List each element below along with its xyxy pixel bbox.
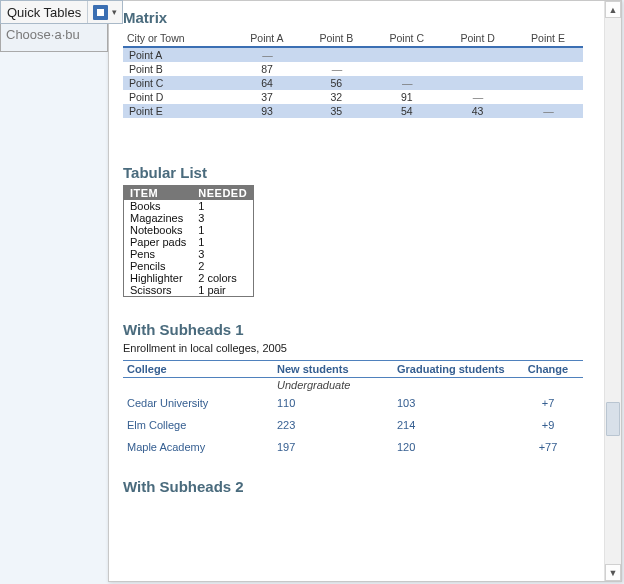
section-title-matrix: Matrix — [123, 9, 594, 26]
table-row: Scissors1 pair — [124, 284, 254, 297]
quick-tables-toolbar: Quick Tables ▾ — [0, 0, 123, 24]
subheads-header: Change — [513, 361, 583, 378]
table-icon — [93, 5, 108, 20]
table-row: Paper pads1 — [124, 236, 254, 248]
scroll-down-button[interactable]: ▼ — [605, 564, 621, 581]
table-row: Highlighter2 colors — [124, 272, 254, 284]
tabular-header: ITEM — [124, 186, 193, 201]
matrix-header: Point D — [442, 30, 513, 47]
table-row: Pencils2 — [124, 260, 254, 272]
matrix-header: Point A — [233, 30, 302, 47]
matrix-table[interactable]: City or Town Point A Point B Point C Poi… — [123, 30, 583, 118]
matrix-header: City or Town — [123, 30, 233, 47]
matrix-header: Point B — [301, 30, 371, 47]
table-row: Elm College 223 214 +9 — [123, 414, 583, 436]
table-row: Maple Academy 197 120 +77 — [123, 436, 583, 458]
matrix-header: Point C — [371, 30, 442, 47]
scroll-thumb[interactable] — [606, 402, 620, 436]
subheads-header: Graduating students — [393, 361, 513, 378]
scroll-up-button[interactable]: ▲ — [605, 1, 621, 18]
section-title-tabular: Tabular List — [123, 164, 594, 181]
subheads-header: New students — [273, 361, 393, 378]
quick-tables-button[interactable]: Quick Tables — [1, 1, 88, 23]
subgroup-row: Undergraduate — [123, 378, 583, 393]
subheads-header: College — [123, 361, 273, 378]
table-row: Magazines3 — [124, 212, 254, 224]
table-row: Cedar University 110 103 +7 — [123, 392, 583, 414]
document-placeholder: Choose·a·bu — [0, 24, 108, 52]
table-row: Point A — — [123, 47, 583, 62]
section-title-subheads1: With Subheads 1 — [123, 321, 594, 338]
table-row: Point C 64 56 — — [123, 76, 583, 90]
matrix-header: Point E — [513, 30, 583, 47]
quick-tables-dropdown[interactable]: ▾ — [88, 1, 122, 23]
tabular-list-table[interactable]: ITEM NEEDED Books1 Magazines3 Notebooks1… — [123, 185, 254, 297]
table-row: Books1 — [124, 200, 254, 212]
tabular-header: NEEDED — [192, 186, 253, 201]
section-title-subheads2: With Subheads 2 — [123, 478, 594, 495]
table-row: Point D 37 32 91 — — [123, 90, 583, 104]
subheads1-table[interactable]: College New students Graduating students… — [123, 360, 583, 458]
subheads1-caption: Enrollment in local colleges, 2005 — [123, 342, 594, 354]
scroll-track[interactable] — [605, 18, 621, 564]
quick-tables-gallery: Matrix City or Town Point A Point B Poin… — [108, 0, 622, 582]
table-row: Notebooks1 — [124, 224, 254, 236]
table-row: Point B 87 — — [123, 62, 583, 76]
gallery-content: Matrix City or Town Point A Point B Poin… — [109, 1, 604, 581]
table-row: Point E 93 35 54 43 — — [123, 104, 583, 118]
gallery-scrollbar[interactable]: ▲ ▼ — [604, 1, 621, 581]
table-row: Pens3 — [124, 248, 254, 260]
chevron-down-icon: ▾ — [112, 7, 117, 17]
